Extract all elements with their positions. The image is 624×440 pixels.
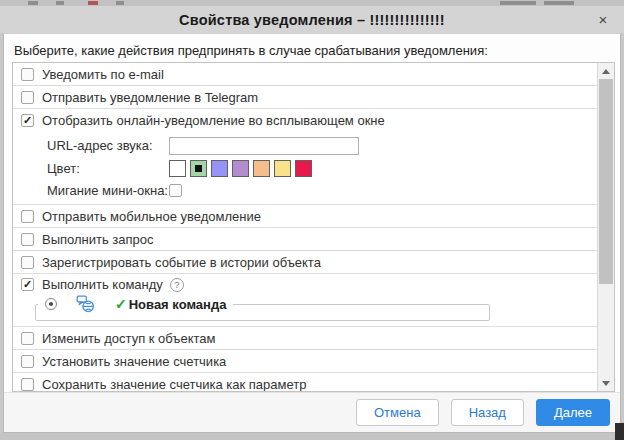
dialog-title: Свойства уведомления – !!!!!!!!!!!!!!! bbox=[179, 12, 445, 28]
command-status[interactable]: ✓ Новая команда bbox=[115, 296, 226, 312]
action-row-access[interactable]: Изменить доступ к объектам bbox=[13, 327, 597, 350]
action-row-online-popup[interactable]: ✓ Отобразить онлайн-уведомление во всплы… bbox=[13, 109, 597, 132]
action-label: Изменить доступ к объектам bbox=[42, 331, 216, 346]
background-fragment bbox=[28, 1, 38, 5]
background-fragment bbox=[116, 1, 124, 5]
color-swatch[interactable] bbox=[232, 160, 249, 177]
sound-url-input[interactable] bbox=[169, 137, 359, 155]
back-button[interactable]: Назад bbox=[451, 399, 524, 426]
command-radio[interactable] bbox=[45, 298, 57, 310]
color-label: Цвет: bbox=[47, 161, 169, 176]
background-fragment bbox=[500, 1, 536, 5]
color-swatch[interactable] bbox=[169, 160, 186, 177]
checkbox[interactable]: ✓ bbox=[21, 114, 34, 127]
action-label: Отправить уведомление в Telegram bbox=[42, 90, 258, 105]
action-row-email[interactable]: Уведомить по e-mail bbox=[13, 63, 597, 86]
dialog-titlebar: Свойства уведомления – !!!!!!!!!!!!!!! × bbox=[0, 6, 624, 33]
action-row-telegram[interactable]: Отправить уведомление в Telegram bbox=[13, 86, 597, 109]
checkbox[interactable] bbox=[21, 210, 34, 223]
action-row-set-counter[interactable]: Установить значение счетчика bbox=[13, 350, 597, 373]
scroll-up-icon[interactable] bbox=[598, 63, 614, 79]
background-page-strip-bottom bbox=[0, 433, 624, 440]
vertical-scrollbar[interactable] bbox=[597, 63, 614, 391]
action-label: Уведомить по e-mail bbox=[42, 67, 164, 82]
background-fragment bbox=[56, 1, 64, 5]
dialog-footer: Отмена Назад Далее bbox=[4, 392, 620, 432]
action-label: Отобразить онлайн-уведомление во всплыва… bbox=[42, 113, 385, 128]
actions-list-content: Уведомить по e-mail Отправить уведомлени… bbox=[13, 63, 597, 391]
blink-checkbox[interactable] bbox=[169, 184, 182, 197]
background-dark-corner bbox=[615, 423, 624, 440]
color-swatch[interactable] bbox=[274, 160, 291, 177]
action-row-save-counter[interactable]: Сохранить значение счетчика как параметр bbox=[13, 373, 597, 391]
checkbox[interactable] bbox=[21, 332, 34, 345]
scrollbar-thumb[interactable] bbox=[599, 79, 613, 284]
action-label: Выполнить команду bbox=[42, 277, 163, 292]
background-fragment bbox=[544, 1, 574, 5]
color-swatch[interactable] bbox=[253, 160, 270, 177]
checkbox[interactable]: ✓ bbox=[21, 278, 34, 291]
blink-label: Мигание мини-окна: bbox=[47, 183, 169, 198]
action-label: Сохранить значение счетчика как параметр bbox=[42, 377, 306, 392]
color-row: Цвет: bbox=[13, 157, 597, 180]
next-button[interactable]: Далее bbox=[536, 399, 610, 426]
action-row-history-event[interactable]: Зарегистрировать событие в истории объек… bbox=[13, 251, 597, 274]
action-label: Зарегистрировать событие в истории объек… bbox=[42, 255, 321, 270]
check-icon: ✓ bbox=[115, 296, 127, 312]
popup-settings-block: URL-адрес звука: Цвет: Мигание мини-окна… bbox=[13, 132, 597, 205]
help-icon[interactable]: ? bbox=[170, 278, 184, 292]
command-name: Новая команда bbox=[129, 297, 227, 312]
dialog-body: Выберите, какие действия предпринять в с… bbox=[3, 33, 621, 433]
blink-row: Мигание мини-окна: bbox=[13, 180, 597, 200]
checkbox[interactable] bbox=[21, 68, 34, 81]
checkbox[interactable] bbox=[21, 355, 34, 368]
action-label: Выполнить запрос bbox=[42, 232, 154, 247]
checkbox[interactable] bbox=[21, 256, 34, 269]
cancel-button[interactable]: Отмена bbox=[356, 399, 439, 426]
command-block: ✓ Новая команда bbox=[13, 295, 597, 327]
background-fragment bbox=[88, 1, 98, 5]
checkbox[interactable] bbox=[21, 91, 34, 104]
close-icon[interactable]: × bbox=[594, 10, 612, 28]
action-row-query[interactable]: Выполнить запрос bbox=[13, 228, 597, 251]
sound-url-label: URL-адрес звука: bbox=[47, 138, 169, 153]
actions-list: Уведомить по e-mail Отправить уведомлени… bbox=[12, 62, 615, 392]
command-fieldset: ✓ Новая команда bbox=[35, 295, 490, 321]
action-label: Установить значение счетчика bbox=[42, 354, 226, 369]
color-swatch[interactable] bbox=[190, 160, 207, 177]
scroll-down-icon[interactable] bbox=[598, 375, 614, 391]
command-legend: ✓ Новая команда bbox=[38, 295, 233, 313]
intro-text: Выберите, какие действия предпринять в с… bbox=[14, 43, 620, 58]
color-swatch[interactable] bbox=[295, 160, 312, 177]
sound-url-row: URL-адрес звука: bbox=[13, 134, 597, 157]
checkbox[interactable] bbox=[21, 378, 34, 391]
action-row-command[interactable]: ✓ Выполнить команду ? bbox=[13, 274, 597, 295]
color-swatch[interactable] bbox=[211, 160, 228, 177]
checkbox[interactable] bbox=[21, 233, 34, 246]
action-row-mobile[interactable]: Отправить мобильное уведомление bbox=[13, 205, 597, 228]
command-script-icon bbox=[76, 295, 96, 313]
action-label: Отправить мобильное уведомление bbox=[42, 209, 261, 224]
color-swatches bbox=[169, 160, 312, 177]
